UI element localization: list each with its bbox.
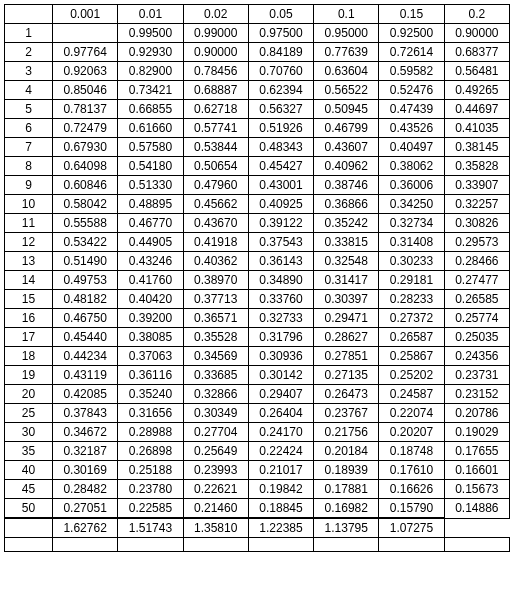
cell: 0.22424: [248, 442, 313, 461]
cell: 0.51926: [248, 119, 313, 138]
row-label: 19: [5, 366, 53, 385]
table-row: 50.781370.668550.627180.563270.509450.47…: [5, 100, 510, 119]
cell: 0.44905: [118, 233, 183, 252]
cell: 0.32866: [183, 385, 248, 404]
footer-cell: [379, 538, 444, 552]
cell: 0.30142: [248, 366, 313, 385]
cell: 0.55588: [53, 214, 118, 233]
row-label: 1: [5, 24, 53, 43]
cell: 0.37543: [248, 233, 313, 252]
table-row: 180.442340.370630.345690.309360.278510.2…: [5, 347, 510, 366]
cell: 0.30349: [183, 404, 248, 423]
cell: 0.27372: [379, 309, 444, 328]
cell: 0.84189: [248, 43, 313, 62]
cell: 0.25035: [444, 328, 509, 347]
cell: 0.45440: [53, 328, 118, 347]
cell: 0.21756: [314, 423, 379, 442]
cell: 0.45662: [183, 195, 248, 214]
cell: 0.95000: [314, 24, 379, 43]
cell: 0.34569: [183, 347, 248, 366]
cell: 0.62718: [183, 100, 248, 119]
row-label: 15: [5, 290, 53, 309]
cell: 0.40362: [183, 252, 248, 271]
row-label: 45: [5, 480, 53, 499]
summary-cell: 1.22385: [248, 518, 313, 538]
summary-cell: 1.62762: [53, 518, 118, 538]
table-row: 160.467500.392000.365710.327330.294710.2…: [5, 309, 510, 328]
cell: 0.43119: [53, 366, 118, 385]
table-row: 30.920630.829000.784560.707600.636040.59…: [5, 62, 510, 81]
col-header: 0.01: [118, 5, 183, 24]
cell: 0.18939: [314, 461, 379, 480]
cell: 0.28627: [314, 328, 379, 347]
cell: 0.51330: [118, 176, 183, 195]
cell: 0.23152: [444, 385, 509, 404]
cell: 0.43670: [183, 214, 248, 233]
row-label: 9: [5, 176, 53, 195]
cell: 0.27051: [53, 499, 118, 519]
cell: 0.58042: [53, 195, 118, 214]
cell: 0.92500: [379, 24, 444, 43]
col-header: 0.15: [379, 5, 444, 24]
summary-row: 1.627621.517431.358101.223851.137951.072…: [5, 518, 510, 538]
cell: 0.63604: [314, 62, 379, 81]
row-label: 50: [5, 499, 53, 519]
cell: 0.43526: [379, 119, 444, 138]
cell: 0.67930: [53, 138, 118, 157]
col-header: 0.2: [444, 5, 509, 24]
cell: 0.29181: [379, 271, 444, 290]
cell: 0.30936: [248, 347, 313, 366]
cell: 0.51490: [53, 252, 118, 271]
cell: 0.25774: [444, 309, 509, 328]
cell: 0.54180: [118, 157, 183, 176]
row-label: 16: [5, 309, 53, 328]
row-label: 12: [5, 233, 53, 252]
cell: 0.27851: [314, 347, 379, 366]
cell: 0.17610: [379, 461, 444, 480]
cell: 0.30397: [314, 290, 379, 309]
header-row: 0.001 0.01 0.02 0.05 0.1 0.15 0.2: [5, 5, 510, 24]
cell: 0.48343: [248, 138, 313, 157]
table-row: 20.977640.929300.900000.841890.776390.72…: [5, 43, 510, 62]
cell: 0.56481: [444, 62, 509, 81]
row-label: 2: [5, 43, 53, 62]
table-row: 250.378430.316560.303490.264040.237670.2…: [5, 404, 510, 423]
cell: 0.31417: [314, 271, 379, 290]
cell: 0.72614: [379, 43, 444, 62]
cell: 0.92063: [53, 62, 118, 81]
cell: 0.38062: [379, 157, 444, 176]
cell: 0.24356: [444, 347, 509, 366]
cell: 0.38970: [183, 271, 248, 290]
cell: 0.36866: [314, 195, 379, 214]
cell: 0.77639: [314, 43, 379, 62]
col-header: 0.001: [53, 5, 118, 24]
cell: 0.31408: [379, 233, 444, 252]
cell: 0.28988: [118, 423, 183, 442]
cell: 0.45427: [248, 157, 313, 176]
table-row: 100.580420.488950.456620.409250.368660.3…: [5, 195, 510, 214]
cell: 0.22585: [118, 499, 183, 519]
cell: 0.78137: [53, 100, 118, 119]
table-row: 190.431190.361160.336850.301420.271350.2…: [5, 366, 510, 385]
row-label: 5: [5, 100, 53, 119]
cell: 0.31656: [118, 404, 183, 423]
footer-cell: [183, 538, 248, 552]
cell: 0.26585: [444, 290, 509, 309]
cell: 0.38746: [314, 176, 379, 195]
cell: 0.27477: [444, 271, 509, 290]
cell: 0.28233: [379, 290, 444, 309]
table-row: 200.420850.352400.328660.294070.264730.2…: [5, 385, 510, 404]
table-row: 60.724790.616600.577410.519260.467990.43…: [5, 119, 510, 138]
cell: 0.90000: [183, 43, 248, 62]
cell: 0.41918: [183, 233, 248, 252]
cell: 0.34890: [248, 271, 313, 290]
cell: 0.39200: [118, 309, 183, 328]
cell: 0.14886: [444, 499, 509, 519]
cell: 0.70760: [248, 62, 313, 81]
cell: 0.43001: [248, 176, 313, 195]
cell: 0.35828: [444, 157, 509, 176]
cell: 0.85046: [53, 81, 118, 100]
cell: 0.22074: [379, 404, 444, 423]
cell: 0.40420: [118, 290, 183, 309]
cell: 0.61660: [118, 119, 183, 138]
